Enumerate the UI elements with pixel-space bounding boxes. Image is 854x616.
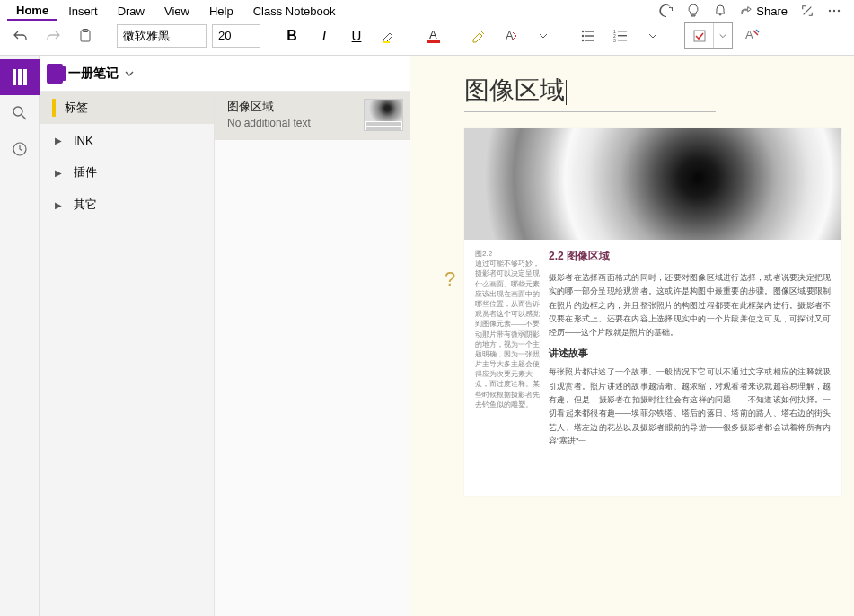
- italic-button[interactable]: I: [311, 22, 338, 49]
- svg-text:A: A: [745, 28, 753, 41]
- tag-checkbox-icon: [685, 23, 714, 48]
- recent-button[interactable]: [0, 131, 40, 167]
- svg-text:A: A: [506, 29, 514, 42]
- bold-button[interactable]: B: [278, 22, 305, 49]
- svg-point-9: [582, 30, 584, 31]
- page-item[interactable]: 图像区域 No additional text: [215, 92, 410, 140]
- svg-rect-10: [585, 31, 594, 31]
- page-title-container[interactable]: 图像区域: [464, 74, 716, 112]
- share-icon: [740, 4, 753, 17]
- scan-heading: 2.2 图像区域: [549, 249, 831, 264]
- section-item-ink[interactable]: ▶ INK: [40, 124, 214, 156]
- clipboard-button[interactable]: [72, 22, 99, 49]
- tag-button[interactable]: [684, 22, 733, 49]
- nav-panel: 一册笔记 标签 ▶ INK ▶ 插件 ▶ 其它: [40, 56, 410, 616]
- page-item-subtitle: No additional text: [227, 117, 357, 129]
- section-label: 标签: [65, 100, 88, 116]
- help-marker-icon[interactable]: ?: [445, 268, 455, 291]
- toolbar: 微软雅黑 20 B I U A A 123 A: [0, 22, 854, 56]
- page-canvas[interactable]: 图像区域 ? 图2.2 通过可能不够巧妙，摄影者可以决定呈现什么画面。哪些元素应…: [410, 56, 854, 616]
- share-button[interactable]: Share: [735, 4, 793, 18]
- chevron-right-icon: ▶: [52, 200, 65, 210]
- numbering-button[interactable]: 123: [607, 22, 634, 49]
- more-icon[interactable]: [822, 0, 847, 22]
- redo-button[interactable]: [40, 22, 66, 49]
- search-button[interactable]: [0, 95, 40, 131]
- font-color-button[interactable]: A: [420, 22, 447, 49]
- svg-point-1: [833, 10, 835, 12]
- svg-text:A: A: [429, 28, 437, 41]
- styles-dropdown[interactable]: [530, 22, 557, 49]
- svg-rect-21: [694, 31, 705, 41]
- section-label: 插件: [74, 164, 97, 180]
- lightbulb-icon[interactable]: [681, 0, 706, 22]
- svg-rect-7: [427, 40, 440, 43]
- section-item-plugins[interactable]: ▶ 插件: [40, 156, 214, 189]
- page-thumbnail: [364, 99, 403, 131]
- font-name-select[interactable]: 微软雅黑: [117, 24, 207, 48]
- svg-rect-23: [13, 69, 16, 85]
- scan-paragraph-1: 摄影者在选择画面格式的同时，还要对图像区域进行选择，或者说要决定把现实的哪一部分…: [549, 271, 831, 339]
- page-list: 图像区域 No additional text: [215, 92, 410, 616]
- styles-button[interactable]: A: [497, 22, 524, 49]
- notebook-header[interactable]: 一册笔记: [40, 56, 410, 92]
- svg-point-26: [13, 107, 22, 116]
- inserted-image[interactable]: 图2.2 通过可能不够巧妙，摄影者可以决定呈现什么画面。哪些元素应该出现在画面中…: [464, 128, 841, 496]
- svg-point-2: [838, 10, 840, 12]
- nav-rail: [0, 56, 40, 616]
- notebook-name: 一册笔记: [68, 66, 119, 82]
- menu-draw[interactable]: Draw: [109, 3, 154, 20]
- menu-home[interactable]: Home: [7, 2, 57, 21]
- scan-sidebar-text: 图2.2 通过可能不够巧妙，摄影者可以决定呈现什么画面。哪些元素应该出现在画面中…: [475, 249, 540, 455]
- svg-rect-5: [383, 41, 390, 43]
- underline-button[interactable]: U: [343, 22, 370, 49]
- section-label: INK: [74, 134, 93, 147]
- svg-rect-24: [18, 69, 22, 85]
- highlight-button[interactable]: [375, 22, 402, 49]
- section-label: 其它: [74, 197, 97, 213]
- section-list: 标签 ▶ INK ▶ 插件 ▶ 其它: [40, 92, 215, 616]
- share-label: Share: [756, 4, 788, 18]
- scan-paragraph-2: 每张照片都讲述了一个故事。一般情况下它可以不通过文字或相应的注释就吸引观赏者。照…: [549, 365, 831, 448]
- undo-button[interactable]: [7, 22, 34, 49]
- svg-point-11: [582, 34, 584, 36]
- svg-rect-18: [618, 35, 627, 36]
- notebooks-button[interactable]: [0, 59, 40, 95]
- svg-rect-25: [23, 69, 27, 85]
- chevron-right-icon: ▶: [52, 136, 65, 145]
- sync-icon[interactable]: [654, 0, 679, 22]
- menu-bar: Home Insert Draw View Help Class Noteboo…: [0, 0, 854, 22]
- scan-photo: [464, 128, 841, 240]
- svg-rect-12: [585, 35, 594, 36]
- chevron-right-icon: ▶: [52, 168, 65, 178]
- page-item-title: 图像区域: [227, 99, 357, 115]
- svg-rect-20: [618, 40, 627, 40]
- menu-class-notebook[interactable]: Class Notebook: [244, 3, 345, 20]
- menu-view[interactable]: View: [155, 3, 198, 20]
- section-item-other[interactable]: ▶ 其它: [40, 189, 214, 221]
- scan-subheading: 讲述故事: [549, 347, 831, 360]
- tag-dropdown[interactable]: [714, 23, 732, 48]
- styles-pane-button[interactable]: A: [738, 22, 765, 49]
- font-size-select[interactable]: 20: [212, 24, 260, 48]
- svg-text:3: 3: [613, 38, 616, 43]
- fullscreen-icon[interactable]: [795, 0, 820, 22]
- section-color-bar: [52, 99, 56, 117]
- menu-help[interactable]: Help: [200, 3, 242, 20]
- clear-format-button[interactable]: [465, 22, 492, 49]
- section-item-tags[interactable]: 标签: [40, 92, 214, 124]
- list-dropdown[interactable]: [639, 22, 666, 49]
- svg-rect-14: [585, 40, 594, 40]
- svg-point-13: [582, 39, 584, 40]
- bell-icon[interactable]: [708, 0, 733, 22]
- notebook-icon: [47, 64, 63, 84]
- page-title: 图像区域: [464, 76, 565, 104]
- svg-rect-16: [618, 31, 627, 31]
- svg-point-0: [829, 10, 831, 12]
- menu-insert[interactable]: Insert: [59, 3, 107, 20]
- bullets-button[interactable]: [575, 22, 602, 49]
- chevron-down-icon: [124, 68, 135, 79]
